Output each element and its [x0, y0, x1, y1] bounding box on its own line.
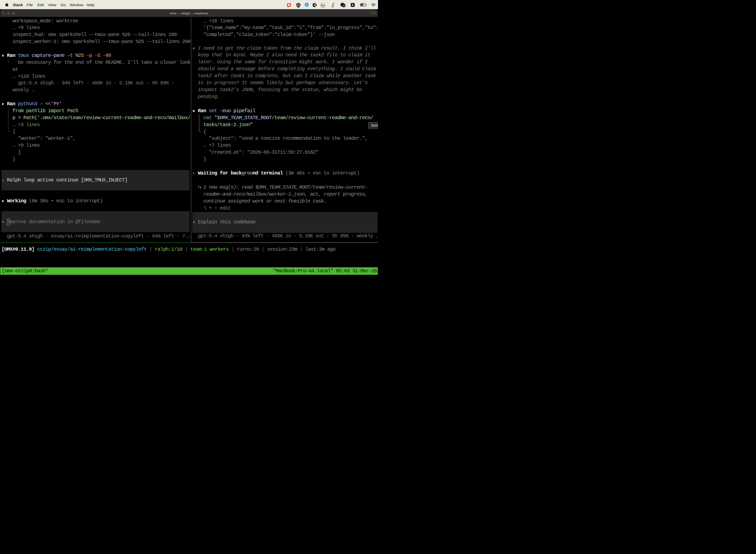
svg-text:..61: ..61 — [342, 4, 345, 7]
